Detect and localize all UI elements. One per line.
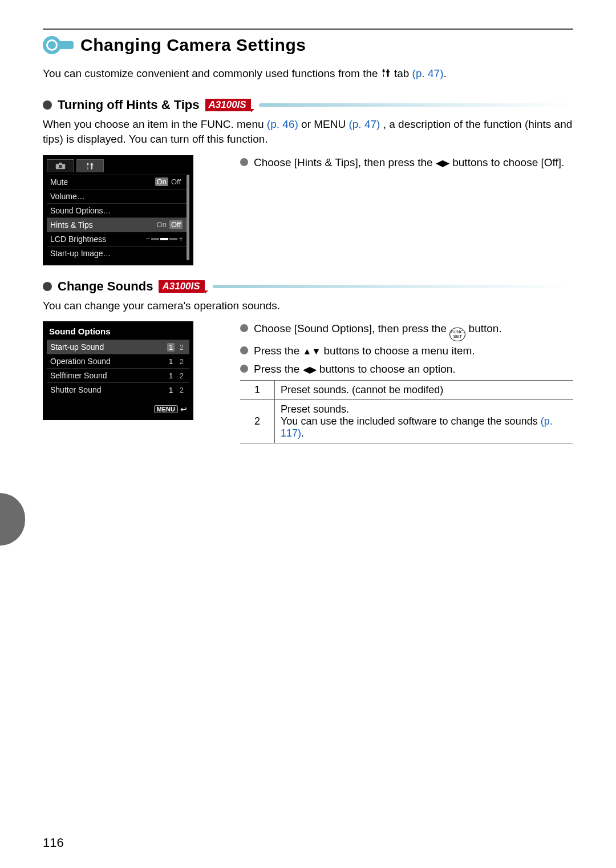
bullet-icon	[240, 158, 248, 166]
camera-tab-shoot	[47, 159, 74, 172]
sub-rule	[259, 103, 573, 107]
cam-row-lcd-brightness: LCD Brightness − +	[47, 232, 187, 246]
title-bullet-icon	[43, 36, 74, 54]
left-right-arrow-icon: ◀▶	[303, 365, 317, 374]
svg-rect-1	[59, 163, 62, 164]
intro-text-2: tab	[394, 67, 412, 79]
cam-row-startup-sound: Start-up Sound 1 2	[47, 340, 189, 354]
table-row: 1 Preset sounds. (cannot be modifed)	[240, 380, 573, 399]
sub-bullet-icon	[43, 100, 52, 110]
cam-row-sound-options: Sound Options…	[47, 203, 187, 217]
tools-icon	[381, 68, 394, 79]
table-cell-text: Preset sounds. (cannot be modifed)	[275, 380, 574, 399]
top-rule	[43, 29, 573, 30]
cam-row-shutter-sound: Shutter Sound 1 2	[47, 382, 189, 397]
sub-heading-hints: Turning off Hints & Tips A3100IS	[43, 98, 573, 112]
intro-text: You can customize convenient and commonl…	[43, 67, 381, 79]
camera-menu-hints: Mute OnOff Volume… Sound Options…	[43, 155, 193, 265]
page-ref-link[interactable]: (p. 47)	[412, 67, 444, 79]
wrench-icon	[86, 162, 95, 170]
cam-row-selftimer-sound: Selftimer Sound 1 2	[47, 368, 189, 382]
cam-row-volume: Volume…	[47, 189, 187, 203]
camera-menu-sounds: Sound Options Start-up Sound 1 2 Operati…	[43, 321, 193, 420]
sub-title: Change Sounds	[58, 279, 153, 294]
cam-row-mute: Mute OnOff	[47, 175, 187, 189]
camera-icon	[55, 163, 66, 169]
svg-point-2	[59, 165, 62, 168]
table-cell-num: 1	[240, 380, 275, 399]
cam-title: Sound Options	[47, 325, 189, 340]
page-ref-link[interactable]: (p. 47)	[348, 118, 380, 130]
instruction-item: Choose [Sound Options], then press the F…	[240, 321, 573, 340]
bullet-icon	[240, 365, 248, 373]
sound-presets-table: 1 Preset sounds. (cannot be modifed) 2 P…	[240, 380, 573, 443]
func-set-icon: FUNC.SET	[449, 328, 465, 341]
section-side-tab	[0, 493, 25, 546]
cam-scrollbar	[187, 175, 189, 260]
instruction-item: Press the ▲▼ buttons to choose a menu it…	[240, 344, 573, 358]
sub-bullet-icon	[43, 282, 52, 291]
model-badge: A3100IS	[205, 99, 251, 111]
instruction-item: Choose [Hints & Tips], then press the ◀▶…	[240, 155, 573, 170]
sub-title: Turning off Hints & Tips	[58, 98, 200, 112]
instruction-item: Press the ◀▶ buttons to choose an option…	[240, 362, 573, 377]
cam-menu-footer: MENU ↩	[47, 397, 189, 415]
bullet-icon	[240, 324, 248, 332]
page-number: 116	[43, 835, 64, 850]
cam-row-startup-image: Start-up Image…	[47, 246, 187, 260]
bullet-icon	[240, 346, 248, 354]
page-title: Changing Camera Settings	[80, 35, 306, 55]
table-row: 2 Preset sounds. You can use the include…	[240, 399, 573, 443]
sounds-intro: You can change your camera's operation s…	[43, 298, 573, 314]
table-cell-num: 2	[240, 399, 275, 443]
cam-row-operation-sound: Operation Sound 1 2	[47, 354, 189, 368]
page-title-row: Changing Camera Settings	[43, 35, 573, 55]
model-badge: A3100IS	[159, 280, 204, 293]
camera-tab-tools	[76, 159, 104, 172]
up-down-arrow-icon: ▲▼	[303, 347, 321, 357]
table-cell-text: Preset sounds. You can use the included …	[275, 399, 574, 443]
sub-rule	[213, 285, 573, 288]
cam-row-hints-tips: Hints & Tips OnOff	[47, 217, 187, 232]
left-right-arrow-icon: ◀▶	[436, 158, 449, 168]
hints-body: When you choose an item in the FUNC. men…	[43, 117, 573, 147]
page-ref-link[interactable]: (p. 46)	[267, 118, 298, 130]
menu-label: MENU	[154, 405, 178, 413]
back-arrow-icon: ↩	[180, 405, 187, 414]
sub-heading-sounds: Change Sounds A3100IS	[43, 279, 573, 294]
intro-paragraph: You can customize convenient and commonl…	[43, 66, 573, 82]
